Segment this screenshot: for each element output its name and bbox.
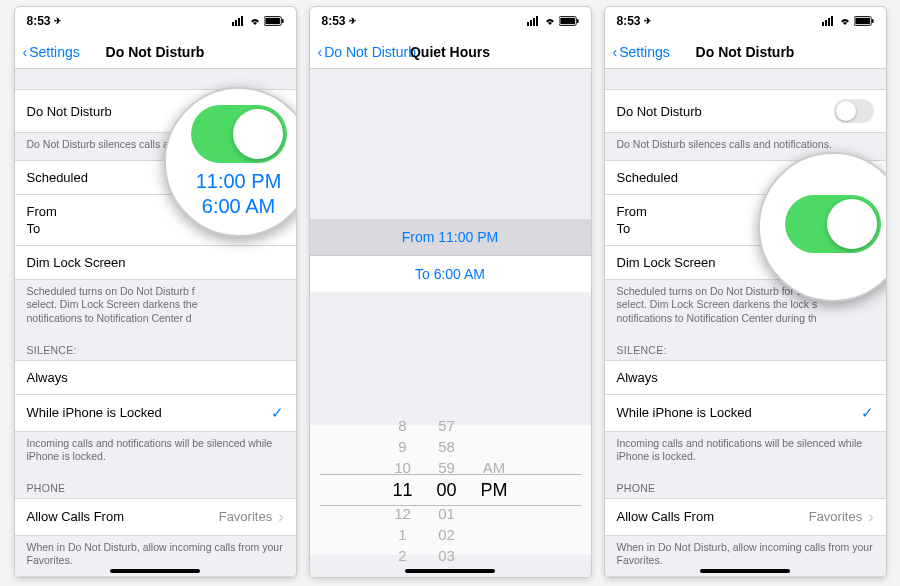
dim-note: Scheduled turns on Do Not Disturb f sele… xyxy=(15,280,296,334)
home-indicator[interactable] xyxy=(110,569,200,573)
svg-rect-2 xyxy=(238,18,240,26)
repeated-calls-row[interactable]: Repeated Calls xyxy=(15,576,296,577)
status-icons xyxy=(822,16,874,26)
scheduled-toggle-zoom xyxy=(191,105,287,163)
phone-header: PHONE xyxy=(605,472,886,498)
status-bar: 8:53✈ xyxy=(15,7,296,35)
svg-rect-5 xyxy=(265,18,280,24)
dnd-toggle[interactable] xyxy=(834,99,874,123)
screen-dnd-settings-2: 8:53✈ ‹Settings Do Not Disturb Do Not Di… xyxy=(604,6,887,578)
svg-rect-19 xyxy=(855,18,870,24)
status-bar: 8:53✈ xyxy=(605,7,886,35)
svg-rect-6 xyxy=(281,19,283,23)
dim-toggle-zoom xyxy=(785,195,881,253)
svg-rect-7 xyxy=(527,22,529,26)
status-time: 8:53 xyxy=(27,14,51,28)
zoom-to-time: 6:00 AM xyxy=(202,194,275,219)
chevron-left-icon: ‹ xyxy=(613,44,618,60)
silence-note: Incoming calls and notifications will be… xyxy=(605,432,886,472)
svg-rect-10 xyxy=(536,16,538,26)
screen-quiet-hours: 8:53✈ ‹Do Not Disturb Quiet Hours From 1… xyxy=(309,6,592,578)
svg-rect-8 xyxy=(530,20,532,26)
svg-rect-14 xyxy=(822,22,824,26)
time-picker[interactable]: 8 9 10 11 12 1 2 57 58 59 00 01 02 03 AM… xyxy=(310,425,591,555)
wifi-icon xyxy=(249,16,261,26)
svg-rect-9 xyxy=(533,18,535,26)
phone-header: PHONE xyxy=(15,472,296,498)
location-icon: ✈ xyxy=(349,16,357,26)
silence-note: Incoming calls and notifications will be… xyxy=(15,432,296,472)
quiet-to-row[interactable]: To 6:00 AM xyxy=(310,255,591,292)
silence-header: SILENCE: xyxy=(605,334,886,360)
home-indicator[interactable] xyxy=(405,569,495,573)
dim-lock-screen-row[interactable]: Dim Lock Screen xyxy=(15,246,296,280)
chevron-left-icon: ‹ xyxy=(23,44,28,60)
location-icon: ✈ xyxy=(644,16,652,26)
status-icons xyxy=(527,16,579,26)
silence-header: SILENCE: xyxy=(15,334,296,360)
back-button[interactable]: ‹Settings xyxy=(613,44,670,60)
svg-rect-16 xyxy=(828,18,830,26)
nav-bar: ‹Settings Do Not Disturb xyxy=(15,35,296,69)
svg-rect-13 xyxy=(576,19,578,23)
silence-locked-row[interactable]: While iPhone is Locked ✓ xyxy=(605,395,886,432)
allow-calls-row[interactable]: Allow Calls From Favorites› xyxy=(605,498,886,536)
location-icon: ✈ xyxy=(54,16,62,26)
home-indicator[interactable] xyxy=(700,569,790,573)
zoom-from-time: 11:00 PM xyxy=(196,169,282,194)
svg-rect-0 xyxy=(232,22,234,26)
svg-rect-20 xyxy=(871,19,873,23)
svg-rect-3 xyxy=(241,16,243,26)
screen-dnd-settings-1: 8:53✈ ‹Settings Do Not Disturb Do Not Di… xyxy=(14,6,297,578)
chevron-right-icon: › xyxy=(278,508,283,526)
nav-bar: ‹Do Not Disturb Quiet Hours xyxy=(310,35,591,69)
svg-rect-15 xyxy=(825,20,827,26)
status-bar: 8:53✈ xyxy=(310,7,591,35)
allow-calls-row[interactable]: Allow Calls From Favorites› xyxy=(15,498,296,536)
repeated-calls-row[interactable]: Repeated Calls xyxy=(605,576,886,577)
silence-always-row[interactable]: Always xyxy=(605,360,886,395)
silence-always-row[interactable]: Always xyxy=(15,360,296,395)
nav-bar: ‹Settings Do Not Disturb xyxy=(605,35,886,69)
back-button[interactable]: ‹Settings xyxy=(23,44,80,60)
chevron-left-icon: ‹ xyxy=(318,44,323,60)
status-icons xyxy=(232,16,284,26)
checkmark-icon: ✓ xyxy=(861,404,874,422)
checkmark-icon: ✓ xyxy=(271,404,284,422)
back-button[interactable]: ‹Do Not Disturb xyxy=(318,44,416,60)
svg-rect-1 xyxy=(235,20,237,26)
silence-locked-row[interactable]: While iPhone is Locked ✓ xyxy=(15,395,296,432)
svg-rect-12 xyxy=(560,18,575,24)
dnd-toggle-row[interactable]: Do Not Disturb xyxy=(605,89,886,133)
quiet-from-row[interactable]: From 11:00 PM xyxy=(310,219,591,255)
chevron-right-icon: › xyxy=(868,508,873,526)
svg-rect-17 xyxy=(831,16,833,26)
dnd-label: Do Not Disturb xyxy=(27,104,112,119)
